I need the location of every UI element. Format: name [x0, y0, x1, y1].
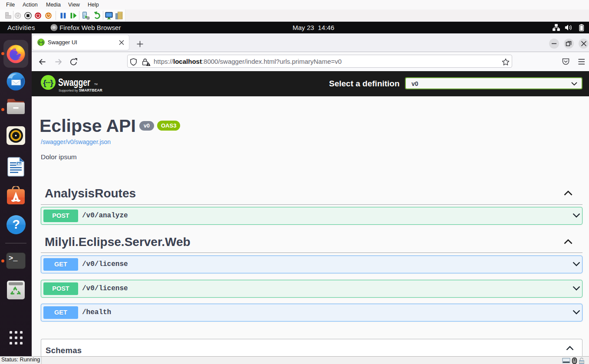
svg-text:}: }	[50, 78, 54, 87]
svg-text:{: {	[43, 78, 46, 87]
svg-text:{: {	[38, 40, 40, 45]
svg-text:?: ?	[12, 217, 20, 231]
svg-text:>_: >_	[9, 254, 18, 262]
